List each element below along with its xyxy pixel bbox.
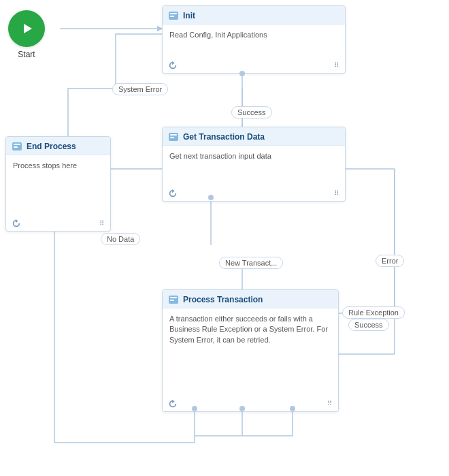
system-error-label: System Error bbox=[112, 83, 168, 95]
start-label: Start bbox=[18, 50, 35, 59]
get-transaction-node-title: Get Transaction Data bbox=[183, 132, 265, 142]
end-process-node[interactable]: End Process Process stops here ⠿ bbox=[5, 136, 111, 232]
dot-process-center bbox=[239, 406, 245, 411]
end-process-node-header: End Process bbox=[6, 137, 110, 155]
init-node[interactable]: Init Read Config, Init Applications ⠿ bbox=[162, 5, 346, 74]
get-transaction-node-footer: ⠿ bbox=[168, 189, 339, 198]
svg-marker-28 bbox=[172, 189, 175, 193]
get-transaction-node-header: Get Transaction Data bbox=[163, 127, 345, 146]
init-icon bbox=[168, 10, 179, 21]
start-node: Start bbox=[8, 10, 45, 59]
get-transaction-node[interactable]: Get Transaction Data Get next transactio… bbox=[162, 127, 346, 202]
end-process-icon bbox=[12, 141, 22, 152]
error-label: Error bbox=[376, 255, 404, 267]
reset-icon-2 bbox=[12, 219, 21, 228]
new-transact-label: New Transact... bbox=[219, 257, 283, 269]
svg-rect-23 bbox=[14, 146, 18, 148]
process-transaction-node-header: Process Transaction bbox=[163, 290, 338, 308]
svg-marker-24 bbox=[16, 219, 18, 223]
get-transaction-icon bbox=[168, 131, 179, 142]
dots-icon-3: ⠿ bbox=[334, 189, 339, 198]
success-bottom-label: Success bbox=[348, 319, 389, 331]
workflow-canvas: Start Init Read Config, Init Application… bbox=[0, 0, 449, 476]
svg-rect-19 bbox=[170, 16, 174, 17]
svg-marker-16 bbox=[24, 24, 32, 33]
start-circle bbox=[8, 10, 45, 47]
end-process-node-body: Process stops here ⠿ bbox=[6, 155, 110, 187]
dot-process-left bbox=[192, 406, 197, 411]
svg-marker-20 bbox=[172, 61, 175, 65]
init-node-header: Init bbox=[163, 6, 345, 25]
dots-icon: ⠿ bbox=[334, 61, 339, 70]
success-label: Success bbox=[231, 106, 272, 118]
get-transaction-node-body: Get next transaction input data ⠿ bbox=[163, 146, 345, 178]
svg-rect-22 bbox=[14, 144, 20, 145]
no-data-label: No Data bbox=[101, 233, 140, 245]
svg-rect-27 bbox=[170, 137, 174, 138]
rule-exception-label: Rule Exception bbox=[342, 306, 405, 319]
dot-init-bottom bbox=[239, 71, 245, 76]
reset-icon-4 bbox=[168, 399, 178, 409]
dots-icon-2: ⠿ bbox=[99, 219, 105, 228]
process-transaction-node-title: Process Transaction bbox=[183, 295, 263, 304]
init-node-body: Read Config, Init Applications ⠿ bbox=[163, 25, 345, 57]
svg-marker-32 bbox=[172, 400, 175, 403]
end-process-node-footer: ⠿ bbox=[12, 219, 105, 228]
init-node-title: Init bbox=[183, 11, 195, 20]
svg-rect-30 bbox=[170, 297, 177, 298]
dots-icon-4: ⠿ bbox=[327, 399, 333, 409]
reset-icon-3 bbox=[168, 189, 178, 198]
dot-process-right bbox=[290, 406, 295, 411]
dot-get-bottom bbox=[208, 195, 214, 200]
svg-rect-31 bbox=[170, 300, 174, 301]
svg-rect-18 bbox=[170, 13, 177, 14]
play-icon bbox=[18, 20, 35, 37]
process-transaction-node[interactable]: Process Transaction A transaction either… bbox=[162, 289, 339, 412]
process-transaction-node-body: A transaction either succeeds or fails w… bbox=[163, 308, 338, 362]
init-node-footer: ⠿ bbox=[168, 61, 339, 70]
reset-icon bbox=[168, 61, 178, 70]
end-process-node-title: End Process bbox=[27, 142, 76, 151]
svg-rect-26 bbox=[170, 134, 177, 136]
process-transaction-icon bbox=[168, 294, 179, 305]
